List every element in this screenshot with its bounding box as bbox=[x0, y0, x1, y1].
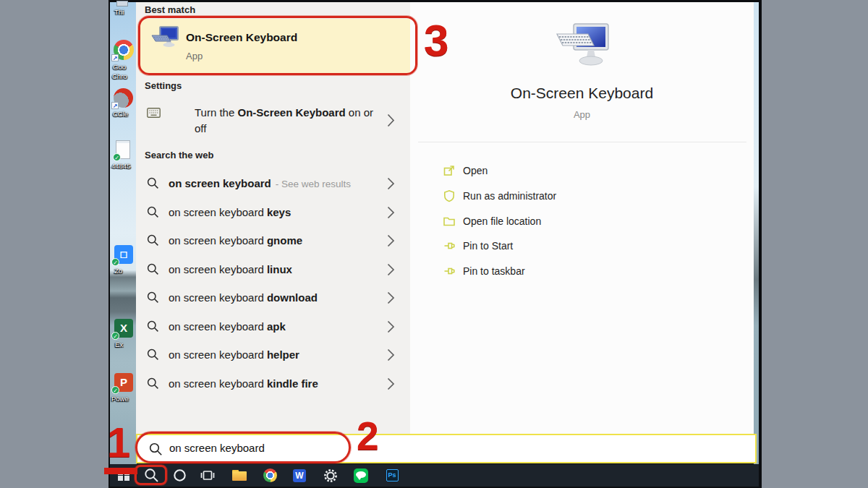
task-view-button[interactable] bbox=[198, 464, 217, 487]
annotation-step-3: 3 bbox=[424, 18, 448, 63]
annotation-circle-taskbar-search bbox=[135, 465, 167, 485]
pin-icon bbox=[443, 239, 456, 252]
search-icon bbox=[147, 320, 159, 333]
annotation-step-1: 1 bbox=[107, 421, 130, 463]
shortcut-arrow-icon: ↗ bbox=[111, 54, 119, 61]
word-icon: W bbox=[293, 469, 306, 482]
chevron-right-icon bbox=[387, 234, 395, 247]
task-view-icon bbox=[200, 468, 215, 482]
cortana-icon bbox=[173, 468, 187, 482]
web-suggestion[interactable]: on screen keyboard- See web results bbox=[136, 169, 410, 198]
desktop-icon-excel[interactable]: X ✓ bbox=[114, 319, 133, 338]
preview-type: App bbox=[410, 109, 754, 120]
desktop-label: Goo bbox=[113, 63, 126, 71]
web-suggestion[interactable]: on screen keyboard apk bbox=[136, 312, 410, 341]
action-pin-to-taskbar[interactable]: Pin to taskbar bbox=[443, 263, 525, 279]
sync-check-icon: ✓ bbox=[111, 386, 119, 394]
web-suggestion[interactable]: on screen keyboard keys bbox=[136, 198, 410, 227]
desktop-icon-document[interactable]: ✓ bbox=[116, 140, 130, 159]
desktop-label: Zo bbox=[114, 267, 122, 275]
search-icon bbox=[147, 263, 159, 275]
desktop-label: Ex bbox=[115, 341, 123, 348]
sync-check-icon: ✓ bbox=[113, 153, 121, 161]
word-button[interactable]: W bbox=[290, 464, 309, 487]
web-suggestion[interactable]: on screen keyboard linux bbox=[136, 255, 410, 284]
pin-icon bbox=[443, 265, 456, 278]
chevron-right-icon bbox=[387, 377, 395, 390]
search-icon bbox=[147, 177, 159, 189]
chevron-right-icon bbox=[387, 114, 395, 127]
action-pin-to-start[interactable]: Pin to Start bbox=[443, 238, 513, 254]
settings-button[interactable] bbox=[321, 464, 340, 487]
folder-icon bbox=[443, 215, 456, 228]
annotation-circle-best-match bbox=[138, 16, 417, 75]
annotation-circle-search-input bbox=[135, 432, 351, 463]
desktop-wallpaper-strip: Thi ↗ Goo Chro ↗ CCle ✓ 44845 ◻ bbox=[110, 2, 137, 464]
desktop-icon-ccleaner[interactable]: ↗ bbox=[114, 88, 133, 108]
desktop-label: Powe bbox=[111, 395, 129, 403]
line-app-button[interactable] bbox=[352, 464, 370, 487]
search-icon bbox=[147, 348, 159, 361]
web-suggestion[interactable]: on screen keyboard kindle fire bbox=[136, 369, 410, 398]
desktop-label: 44845 bbox=[111, 162, 130, 170]
chevron-right-icon bbox=[387, 348, 395, 361]
keyboard-icon bbox=[147, 108, 161, 118]
sync-check-icon: ✓ bbox=[111, 332, 119, 340]
shield-icon bbox=[443, 189, 456, 202]
annotation-step-2: 2 bbox=[357, 416, 379, 456]
settings-header: Settings bbox=[145, 80, 182, 91]
shortcut-arrow-icon: ↗ bbox=[111, 102, 119, 109]
web-suggestion[interactable]: on screen keyboard download bbox=[136, 283, 410, 312]
chevron-right-icon bbox=[387, 263, 395, 276]
search-icon bbox=[147, 377, 159, 390]
settings-result-item[interactable]: Turn the On-Screen Keyboard on or off bbox=[136, 101, 410, 143]
taskbar: W Ps bbox=[110, 464, 759, 487]
desktop-label: Chro bbox=[112, 72, 127, 80]
web-suggestion[interactable]: on screen keyboard gnome bbox=[136, 226, 410, 255]
web-suggestions-list: on screen keyboard- See web results on s… bbox=[136, 169, 410, 398]
settings-result-text: Turn the On-Screen Keyboard on or off bbox=[195, 105, 373, 137]
annotation-step-1-underline bbox=[104, 468, 137, 474]
open-icon bbox=[443, 164, 456, 177]
line-icon bbox=[354, 468, 368, 483]
photoshop-button[interactable]: Ps bbox=[383, 464, 401, 487]
action-open-file-location[interactable]: Open file location bbox=[443, 213, 541, 229]
best-match-header: Best match bbox=[145, 4, 195, 15]
desktop-wallpaper-sliver bbox=[754, 2, 759, 464]
chevron-right-icon bbox=[387, 206, 395, 219]
chevron-right-icon bbox=[387, 320, 395, 333]
chrome-icon bbox=[263, 468, 277, 482]
sync-check-icon: ✓ bbox=[111, 258, 119, 266]
web-suggestion[interactable]: on screen keyboard helper bbox=[136, 341, 410, 369]
chrome-button[interactable] bbox=[260, 464, 279, 487]
cortana-button[interactable] bbox=[171, 464, 188, 487]
page: Thi ↗ Goo Chro ↗ CCle ✓ 44845 ◻ bbox=[0, 0, 868, 488]
action-open[interactable]: Open bbox=[443, 163, 488, 179]
gear-icon bbox=[323, 468, 338, 483]
search-icon bbox=[147, 206, 159, 218]
photoshop-icon: Ps bbox=[386, 469, 399, 481]
desktop-label: CCle bbox=[113, 110, 128, 118]
search-the-web-header: Search the web bbox=[145, 150, 213, 160]
file-explorer-button[interactable] bbox=[230, 464, 249, 487]
action-run-as-administrator[interactable]: Run as administrator bbox=[443, 188, 556, 204]
this-pc-icon[interactable] bbox=[116, 1, 128, 7]
chevron-right-icon bbox=[387, 177, 395, 190]
chevron-right-icon bbox=[387, 291, 395, 304]
file-explorer-icon bbox=[232, 470, 247, 481]
search-icon bbox=[147, 234, 159, 247]
desktop-label: Thi bbox=[114, 8, 124, 16]
search-icon bbox=[147, 291, 159, 304]
preview-title: On-Screen Keyboard bbox=[410, 85, 754, 102]
screenshot-frame: Thi ↗ Goo Chro ↗ CCle ✓ 44845 ◻ bbox=[109, 0, 762, 488]
on-screen-keyboard-large-icon bbox=[556, 22, 610, 72]
desktop-icon-chrome[interactable]: ↗ bbox=[114, 40, 134, 60]
desktop-icon-powerpoint[interactable]: P ✓ bbox=[114, 373, 133, 392]
desktop-icon-zoom[interactable]: ◻ ✓ bbox=[114, 245, 133, 264]
divider bbox=[418, 142, 746, 142]
